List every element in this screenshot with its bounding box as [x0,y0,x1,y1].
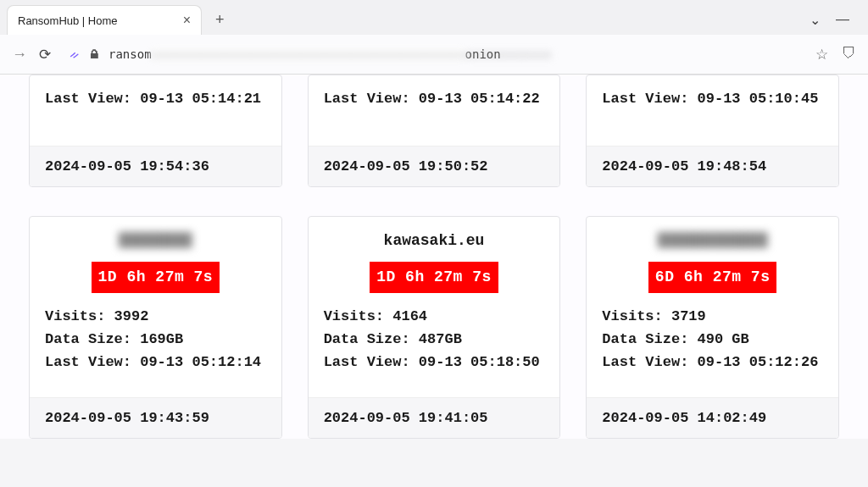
star-icon[interactable]: ☆ [815,46,828,64]
address-bar[interactable]: ᨀ 🔒︎ ransomxxxxxxxxxxxxxxxxxxxxxxxxxxxxx… [63,43,804,65]
lock-icon: 🔒︎ [88,47,100,61]
minimize-icon[interactable]: — [836,12,849,28]
last-view-text: Last View: 09-13 05:18:50 [324,351,545,374]
onion-service-icon: ᨀ [70,47,80,62]
url-text: ransomxxxxxxxxxxxxxxxxxxxxxxxxxxxxxxxxxx… [108,47,501,61]
last-view-text: Last View: 09-13 05:14:22 [324,87,545,110]
browser-tab[interactable]: RansomHub | Home × [7,5,202,35]
tab-title: RansomHub | Home [18,14,118,27]
last-view-text: Last View: 09-13 05:12:26 [602,351,823,374]
forward-button[interactable]: → [12,46,27,64]
chevron-down-icon[interactable]: ⌄ [810,12,821,28]
victim-card[interactable]: ████████ 1D 6h 27m 7s Visits: 3992 Data … [29,216,282,439]
card-timestamp: 2024-09-05 19:41:05 [309,397,560,438]
countdown-badge: 1D 6h 27m 7s [370,262,498,293]
shield-icon[interactable]: ⛉ [842,46,856,64]
victim-title: kawasaki.eu [324,229,545,253]
card-timestamp: 2024-09-05 19:43:59 [30,397,281,438]
card-timestamp: 2024-09-05 14:02:49 [587,397,838,438]
last-view-text: Last View: 09-13 05:10:45 [602,87,823,110]
new-tab-button[interactable]: + [209,8,231,32]
data-size-text: Data Size: 487GB [324,328,545,351]
victim-title: ████████ [45,229,266,253]
last-view-text: Last View: 09-13 05:14:21 [45,87,266,110]
data-size-text: Data Size: 169GB [45,328,266,351]
victim-card[interactable]: Last View: 09-13 05:14:21 2024-09-05 19:… [29,75,282,187]
card-timestamp: 2024-09-05 19:54:36 [30,146,281,186]
page-content: Last View: 09-13 05:14:21 2024-09-05 19:… [0,75,868,439]
countdown-badge: 6D 6h 27m 7s [648,262,777,293]
victim-card[interactable]: ████████████ 6D 6h 27m 7s Visits: 3719 D… [586,216,839,439]
close-icon[interactable]: × [183,13,191,28]
victim-card[interactable]: Last View: 09-13 05:14:22 2024-09-05 19:… [308,75,561,187]
visits-text: Visits: 3719 [602,305,823,328]
card-timestamp: 2024-09-05 19:50:52 [309,146,560,186]
toolbar: → ⟳ ᨀ 🔒︎ ransomxxxxxxxxxxxxxxxxxxxxxxxxx… [0,35,868,74]
victim-card[interactable]: Last View: 09-13 05:10:45 2024-09-05 19:… [586,75,839,187]
reload-button[interactable]: ⟳ [39,46,51,64]
visits-text: Visits: 4164 [324,305,545,328]
data-size-text: Data Size: 490 GB [602,328,823,351]
last-view-text: Last View: 09-13 05:12:14 [45,351,266,374]
visits-text: Visits: 3992 [45,305,266,328]
victim-card[interactable]: kawasaki.eu 1D 6h 27m 7s Visits: 4164 Da… [308,216,561,439]
tab-bar: RansomHub | Home × + ⌄ — [0,0,868,35]
victim-title: ████████████ [602,229,823,253]
countdown-badge: 1D 6h 27m 7s [92,262,220,293]
card-timestamp: 2024-09-05 19:48:54 [587,146,838,186]
